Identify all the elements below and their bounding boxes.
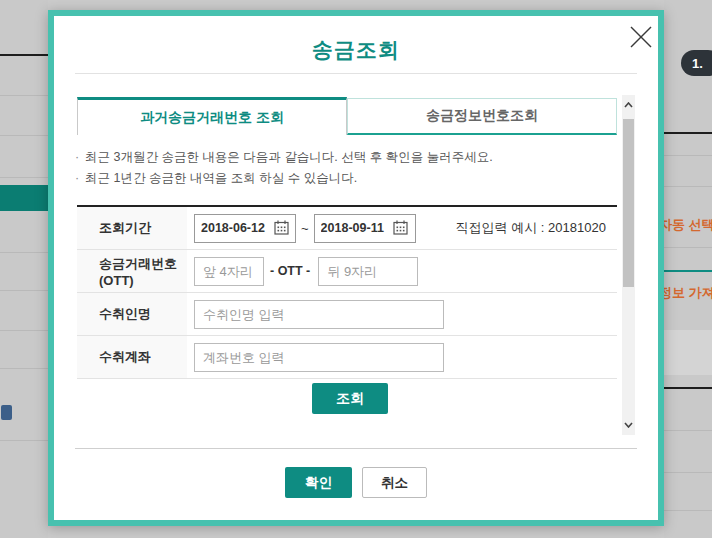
search-form-table: 조회기간 (77, 205, 617, 379)
recipient-account-input[interactable] (194, 343, 444, 372)
bg-row-divider (664, 247, 712, 248)
modal-title: 송금조회 (54, 36, 658, 64)
bg-row-divider (0, 368, 48, 369)
bg-table-top-border (664, 387, 712, 389)
scroll-down-icon[interactable] (622, 417, 635, 433)
row-ott-number: 송금거래번호(OTT) - OTT - (77, 250, 617, 293)
tab-past-remittance-number[interactable]: 과거송금거래번호 조회 (77, 97, 347, 135)
date-to-box (314, 214, 416, 243)
title-divider (75, 73, 637, 74)
notice-item: · 최근 3개월간 송금한 내용은 다음과 같습니다. 선택 후 확인을 눌러주… (75, 147, 615, 168)
modal-scrollbar[interactable] (622, 95, 635, 435)
ott-separator: - OTT - (270, 264, 310, 278)
direct-input-hint: 직접입력 예시 : 20181020 (456, 219, 606, 237)
bg-row-divider (664, 430, 712, 431)
field-area: ~ (187, 207, 617, 249)
tab-label: 과거송금거래번호 조회 (140, 109, 284, 127)
search-button[interactable]: 조회 (312, 383, 388, 414)
tab-bar: 과거송금거래번호 조회 송금정보번호조회 (77, 97, 617, 135)
page: 1. 자동 선택됨 정보 가져. 송금조회 과거송금 (0, 0, 712, 538)
bg-document-icon (1, 405, 12, 420)
footer-divider (75, 448, 637, 449)
bg-row-divider (664, 155, 712, 156)
bullet: · (75, 168, 85, 189)
bg-row-divider (0, 252, 48, 253)
scrollbar-thumb[interactable] (623, 119, 634, 287)
bg-teal-divider (664, 270, 712, 272)
bullet: · (75, 147, 85, 168)
calendar-icon[interactable] (273, 220, 289, 236)
bg-auto-selected-text: 자동 선택됨 (664, 216, 712, 234)
recipient-name-input[interactable] (194, 300, 444, 329)
bg-row-divider (0, 440, 48, 441)
date-from-input[interactable] (201, 221, 273, 235)
bg-row-divider (0, 177, 48, 178)
confirm-button[interactable]: 확인 (285, 467, 352, 498)
remittance-inquiry-modal: 송금조회 과거송금거래번호 조회 송금정보번호조회 · 최근 3개월간 송금한 … (48, 10, 664, 526)
bg-table-top-border (664, 132, 712, 134)
notice-text: 최근 3개월간 송금한 내용은 다음과 같습니다. 선택 후 확인을 눌러주세요… (85, 147, 493, 168)
row-recipient-account: 수취계좌 (77, 336, 617, 379)
field-area (187, 293, 617, 335)
cancel-button[interactable]: 취소 (362, 467, 427, 498)
step-badge: 1. (681, 50, 712, 76)
date-range-tilde: ~ (301, 221, 309, 236)
step-badge-label: 1. (692, 56, 703, 71)
row-inquiry-period: 조회기간 (77, 207, 617, 250)
bg-row-divider (0, 95, 48, 96)
bg-row-divider (0, 330, 48, 331)
scroll-up-icon[interactable] (622, 97, 635, 113)
bg-row-divider (0, 135, 48, 136)
background-left-table (0, 0, 48, 538)
ott-back-input[interactable] (318, 257, 418, 286)
notice-list: · 최근 3개월간 송금한 내용은 다음과 같습니다. 선택 후 확인을 눌러주… (75, 147, 615, 189)
notice-text: 최근 1년간 송금한 내역을 조회 하실 수 있습니다. (85, 168, 357, 189)
bg-table-top-border (0, 54, 48, 56)
bg-light-section (664, 330, 712, 375)
field-label: 수취계좌 (77, 336, 187, 378)
bg-row-divider (664, 472, 712, 473)
background-right-table: 1. 자동 선택됨 정보 가져. (664, 0, 712, 538)
row-recipient-name: 수취인명 (77, 293, 617, 336)
bg-info-fetch-text: 정보 가져. (664, 284, 712, 302)
notice-item: · 최근 1년간 송금한 내역을 조회 하실 수 있습니다. (75, 168, 615, 189)
calendar-icon[interactable] (393, 220, 409, 236)
date-to-input[interactable] (321, 221, 393, 235)
bg-selected-row (0, 185, 48, 211)
field-label: 수취인명 (77, 293, 187, 335)
tab-remittance-info-number[interactable]: 송금정보번호조회 (347, 98, 617, 135)
ott-front-input[interactable] (194, 257, 264, 286)
field-area: - OTT - (187, 250, 617, 292)
field-area (187, 336, 617, 378)
bg-row-divider (664, 186, 712, 187)
field-label: 조회기간 (77, 207, 187, 249)
bg-row-divider (0, 290, 48, 291)
date-from-box (194, 214, 296, 243)
bg-row-divider (664, 510, 712, 511)
field-label: 송금거래번호(OTT) (77, 250, 187, 292)
tab-label: 송금정보번호조회 (426, 107, 538, 125)
